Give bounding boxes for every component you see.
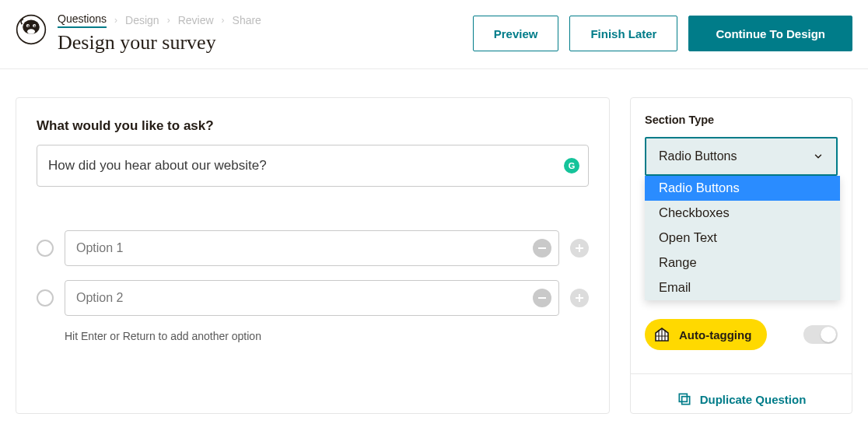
breadcrumb-review[interactable]: Review <box>178 14 214 26</box>
duplicate-icon <box>677 391 692 407</box>
section-type-select-wrap: Radio Buttons Radio Buttons Checkboxes O… <box>645 137 838 176</box>
mailchimp-logo <box>16 14 47 45</box>
svg-rect-7 <box>681 397 689 405</box>
remove-option-button[interactable] <box>533 239 551 258</box>
auto-tagging-pill[interactable]: Auto-tagging <box>645 319 767 350</box>
option-input[interactable] <box>65 280 559 316</box>
section-type-value: Radio Buttons <box>659 149 737 163</box>
auto-tagging-switch[interactable] <box>803 325 838 344</box>
auto-tagging-row: Auto-tagging <box>645 319 838 350</box>
finish-later-button[interactable]: Finish Later <box>569 16 677 51</box>
svg-rect-8 <box>679 394 687 401</box>
duplicate-label: Duplicate Question <box>700 393 807 406</box>
grammarly-icon[interactable]: G <box>564 158 579 173</box>
breadcrumb: Questions › Design › Review › Share <box>58 12 462 28</box>
header-left: Questions › Design › Review › Share Desi… <box>58 12 462 54</box>
breadcrumb-questions[interactable]: Questions <box>58 12 107 28</box>
page-title: Design your survey <box>58 31 462 54</box>
preview-button[interactable]: Preview <box>473 16 559 51</box>
auto-tag-icon <box>653 325 671 344</box>
chevron-right-icon: › <box>222 15 225 26</box>
option-input-wrap <box>65 230 559 266</box>
dropdown-item-range[interactable]: Range <box>645 251 840 275</box>
chevron-right-icon: › <box>114 15 117 26</box>
option-input[interactable] <box>65 230 559 266</box>
option-row <box>37 230 589 266</box>
settings-panel: Section Type Radio Buttons Radio Buttons… <box>630 97 852 414</box>
breadcrumb-share[interactable]: Share <box>233 14 261 26</box>
option-row <box>37 280 589 316</box>
add-option-button[interactable] <box>570 239 589 258</box>
option-hint: Hit Enter or Return to add another optio… <box>65 330 589 342</box>
section-type-dropdown: Radio Buttons Checkboxes Open Text Range… <box>645 176 840 300</box>
continue-button[interactable]: Continue To Design <box>688 16 852 51</box>
auto-tagging-label: Auto-tagging <box>679 328 751 342</box>
question-input-wrap: G <box>37 145 589 187</box>
radio-icon <box>37 289 54 307</box>
option-input-wrap <box>65 280 559 316</box>
breadcrumb-design[interactable]: Design <box>125 14 159 26</box>
svg-point-5 <box>34 25 36 26</box>
header-buttons: Preview Finish Later Continue To Design <box>473 16 852 51</box>
chevron-down-icon <box>813 151 824 162</box>
dropdown-item-open-text[interactable]: Open Text <box>645 226 840 251</box>
chevron-right-icon: › <box>167 15 170 26</box>
add-option-button[interactable] <box>570 289 589 307</box>
section-type-label: Section Type <box>645 114 838 126</box>
question-prompt-label: What would you like to ask? <box>37 118 589 134</box>
dropdown-item-radio-buttons[interactable]: Radio Buttons <box>645 176 840 201</box>
svg-point-6 <box>27 29 35 34</box>
question-input[interactable] <box>37 145 589 187</box>
dropdown-item-checkboxes[interactable]: Checkboxes <box>645 201 840 226</box>
question-editor-panel: What would you like to ask? G <box>16 97 610 414</box>
options-list: Hit Enter or Return to add another optio… <box>37 230 589 342</box>
svg-point-4 <box>27 25 29 26</box>
duplicate-question-button[interactable]: Duplicate Question <box>645 374 838 413</box>
content-area: What would you like to ask? G <box>0 69 868 414</box>
remove-option-button[interactable] <box>533 289 551 307</box>
dropdown-item-email[interactable]: Email <box>645 275 840 300</box>
section-type-select[interactable]: Radio Buttons <box>645 137 838 176</box>
radio-icon <box>37 240 54 257</box>
app-header: Questions › Design › Review › Share Desi… <box>0 0 868 69</box>
